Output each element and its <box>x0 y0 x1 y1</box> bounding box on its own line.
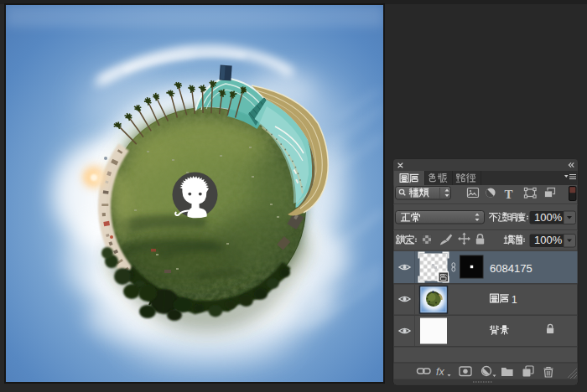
svg-text:T: T <box>505 188 513 201</box>
svg-text:100%: 100% <box>534 234 563 246</box>
svg-text:1: 1 <box>512 294 517 306</box>
svg-text:fx: fx <box>436 366 444 378</box>
svg-text:100%: 100% <box>534 211 563 224</box>
svg-text:6084175: 6084175 <box>490 262 532 275</box>
